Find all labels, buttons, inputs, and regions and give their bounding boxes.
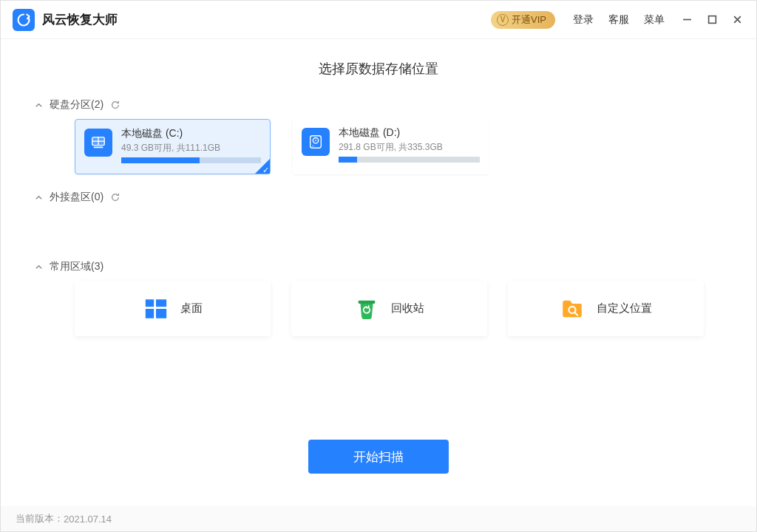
hdd-icon — [302, 128, 330, 156]
version-prefix: 当前版本： — [16, 512, 64, 525]
area-card-custom[interactable]: 自定义位置 — [508, 281, 704, 336]
svg-rect-8 — [94, 147, 103, 149]
svg-rect-14 — [156, 299, 166, 307]
vip-icon: V — [497, 14, 509, 26]
hdd-icon — [84, 129, 112, 157]
svg-rect-16 — [156, 309, 166, 318]
page-title: 选择原数据存储位置 — [33, 39, 724, 94]
section-label-areas: 常用区域(3) — [50, 260, 103, 273]
recycle-icon — [354, 296, 379, 321]
menu-link[interactable]: 菜单 — [644, 13, 665, 27]
chevron-up-icon[interactable] — [33, 100, 44, 110]
refresh-icon[interactable] — [109, 99, 121, 111]
disk-progress — [121, 157, 261, 163]
disk-progress — [339, 157, 480, 163]
svg-rect-17 — [359, 300, 376, 303]
area-label: 回收站 — [391, 301, 424, 316]
disk-name: 本地磁盘 (C:) — [121, 127, 261, 140]
disk-usage: 49.3 GB可用, 共111.1GB — [121, 142, 261, 154]
app-title: 风云恢复大师 — [42, 11, 118, 28]
disk-card-c[interactable]: 本地磁盘 (C:) 49.3 GB可用, 共111.1GB — [75, 119, 271, 174]
section-label-external: 外接盘区(0) — [50, 191, 103, 204]
svg-rect-1 — [708, 16, 716, 24]
area-label: 自定义位置 — [597, 301, 652, 316]
refresh-icon[interactable] — [109, 191, 121, 203]
external-empty-zone — [33, 211, 724, 256]
main-area: 选择原数据存储位置 硬盘分区(2) 本地磁盘 (C:) 49.3 GB可用, 共… — [1, 39, 756, 506]
svg-point-12 — [313, 146, 313, 146]
area-card-recycle[interactable]: 回收站 — [291, 281, 487, 336]
areas-row: 桌面 回收站 自定义位置 — [33, 281, 724, 336]
disk-cards-row: 本地磁盘 (C:) 49.3 GB可用, 共111.1GB 本地磁盘 (D:) … — [33, 119, 724, 174]
svg-rect-13 — [145, 299, 153, 307]
disk-name: 本地磁盘 (D:) — [339, 126, 480, 140]
support-link[interactable]: 客服 — [608, 13, 629, 27]
chevron-up-icon[interactable] — [33, 192, 44, 202]
section-head-external: 外接盘区(0) — [33, 191, 724, 204]
section-head-disks: 硬盘分区(2) — [33, 98, 724, 112]
login-link[interactable]: 登录 — [573, 13, 594, 27]
version-value: 2021.07.14 — [64, 514, 112, 525]
section-label-disks: 硬盘分区(2) — [50, 98, 103, 112]
upgrade-vip-button[interactable]: V 开通VIP — [491, 11, 555, 29]
area-card-desktop[interactable]: 桌面 — [75, 281, 271, 336]
area-label: 桌面 — [180, 301, 203, 316]
start-scan-button[interactable]: 开始扫描 — [308, 440, 449, 474]
section-head-areas: 常用区域(3) — [33, 260, 724, 273]
disk-card-d[interactable]: 本地磁盘 (D:) 291.8 GB可用, 共335.3GB — [293, 119, 489, 174]
disk-usage: 291.8 GB可用, 共335.3GB — [339, 141, 480, 154]
close-button[interactable] — [727, 10, 747, 30]
footer: 当前版本：2021.07.14 — [1, 506, 756, 531]
vip-label: 开通VIP — [512, 13, 546, 27]
svg-point-11 — [315, 140, 316, 141]
folder-search-icon — [560, 296, 585, 321]
title-bar: 风云恢复大师 V 开通VIP 登录 客服 菜单 — [1, 1, 756, 39]
maximize-button[interactable] — [702, 10, 722, 30]
svg-rect-15 — [145, 309, 153, 318]
chevron-up-icon[interactable] — [33, 262, 44, 272]
minimize-button[interactable] — [676, 10, 697, 30]
app-logo — [13, 9, 35, 31]
windows-icon — [143, 296, 169, 321]
